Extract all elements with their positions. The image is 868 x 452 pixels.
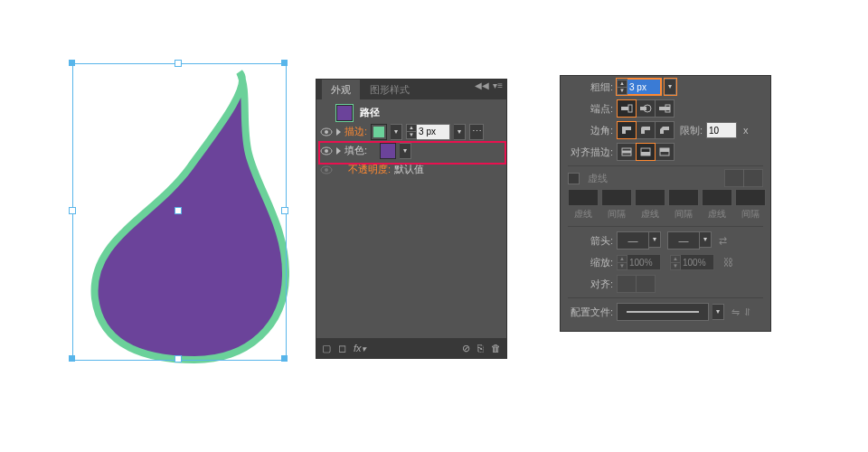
- weight-input[interactable]: [627, 79, 661, 95]
- gap-3[interactable]: [735, 189, 766, 206]
- tab-graphic-styles[interactable]: 图形样式: [361, 80, 419, 99]
- opacity-row[interactable]: 不透明度: 默认值: [316, 160, 506, 179]
- flip-h-icon[interactable]: ⇋: [731, 306, 740, 318]
- corner-label: 边角:: [568, 124, 613, 137]
- corner-round-icon[interactable]: [636, 121, 656, 139]
- fx-menu-icon[interactable]: fx▾: [354, 343, 366, 354]
- panel-menu[interactable]: ◀◀▾≡: [475, 80, 503, 90]
- stroke-more-icon[interactable]: ⋯: [469, 124, 484, 140]
- arrow-align-label: 对齐:: [568, 278, 613, 291]
- cap-butt-icon[interactable]: [617, 99, 637, 118]
- stroke-swatch-dd[interactable]: ▾: [391, 124, 402, 140]
- handle-bl[interactable]: [69, 355, 75, 362]
- stroke-swatch[interactable]: [371, 124, 387, 140]
- gap-1[interactable]: [601, 189, 632, 206]
- fill-swatch[interactable]: [380, 143, 396, 159]
- handle-b[interactable]: [175, 355, 182, 363]
- visibility-icon[interactable]: [320, 127, 333, 137]
- corner-row: 边角: 限制: x: [561, 119, 770, 141]
- cap-label: 端点:: [568, 102, 613, 116]
- swap-arrow-icon[interactable]: ⇄: [719, 235, 727, 247]
- handle-r[interactable]: [281, 207, 288, 214]
- dash-1[interactable]: [568, 189, 599, 206]
- arrow-end-dd[interactable]: —: [667, 231, 700, 250]
- canvas-artwork: [72, 63, 289, 371]
- svg-rect-17: [660, 148, 669, 152]
- align-outside-icon[interactable]: [655, 143, 675, 161]
- arrow-label: 箭头:: [568, 234, 613, 248]
- dash-align-icon[interactable]: [743, 169, 763, 187]
- object-thumb: [336, 105, 353, 121]
- fill-row[interactable]: 填色: ▾: [316, 141, 506, 160]
- stroke-weight-dd[interactable]: ▾: [454, 124, 466, 140]
- opacity-value: 默认值: [394, 163, 424, 176]
- limit-unit: x: [743, 125, 749, 136]
- arrow-row: 箭头: —▾ —▾ ⇄: [561, 230, 770, 251]
- new-appearance-icon[interactable]: ▢: [322, 343, 331, 354]
- scale-start-input: [627, 254, 661, 270]
- weight-dd[interactable]: ▾: [665, 79, 676, 95]
- handle-t[interactable]: [175, 60, 182, 67]
- scale-end-input: [681, 254, 714, 270]
- svg-rect-10: [659, 107, 670, 110]
- scale-row: 缩放: ▲▼ ▲▼ ⛓: [561, 251, 770, 273]
- stroke-weight-input[interactable]: [417, 124, 450, 140]
- svg-rect-7: [628, 105, 632, 112]
- fill-swatch-dd[interactable]: ▾: [400, 143, 411, 159]
- trash-icon[interactable]: 🗑: [491, 343, 501, 354]
- visibility-icon[interactable]: [320, 146, 333, 155]
- weight-stepper[interactable]: ▲▼: [617, 79, 661, 95]
- profile-dd[interactable]: [617, 303, 709, 321]
- limit-label: 限制:: [680, 124, 703, 137]
- corner-miter-icon[interactable]: [617, 121, 637, 139]
- align-label: 对齐描边:: [568, 146, 613, 159]
- cap-projecting-icon[interactable]: [655, 99, 675, 118]
- panel-tabbar: 外观 图形样式 ◀◀▾≡: [316, 80, 506, 99]
- handle-center[interactable]: [175, 207, 182, 214]
- dashed-checkbox[interactable]: [568, 173, 580, 184]
- profile-label: 配置文件:: [568, 306, 613, 319]
- align-center-icon[interactable]: [617, 143, 637, 161]
- panel-footer: ▢ ◻ fx▾ ⊘ ⎘ 🗑: [316, 338, 506, 358]
- handle-tr[interactable]: [281, 60, 288, 66]
- tab-appearance[interactable]: 外观: [322, 80, 360, 99]
- cap-round-icon[interactable]: [636, 99, 656, 118]
- dashed-row[interactable]: 虚线: [561, 169, 770, 187]
- dash-values-row: 虚线 间隔 虚线 间隔 虚线 间隔: [561, 187, 770, 221]
- arrow-align-b-icon[interactable]: [636, 275, 656, 293]
- flip-v-icon[interactable]: ⥯: [743, 306, 751, 318]
- arrow-align-a-icon[interactable]: [617, 275, 637, 293]
- dash-preserve-icon[interactable]: [724, 169, 744, 187]
- clear-appearance-icon[interactable]: ◻: [338, 343, 346, 354]
- dash-3[interactable]: [702, 189, 732, 206]
- miter-limit-input[interactable]: [706, 122, 737, 138]
- stroke-weight-stepper[interactable]: ▲▼: [406, 124, 450, 140]
- weight-row: 粗细: ▲▼ ▾: [561, 76, 770, 98]
- deny-icon[interactable]: ⊘: [462, 343, 470, 354]
- gap-2[interactable]: [668, 189, 699, 206]
- duplicate-icon[interactable]: ⎘: [477, 343, 484, 354]
- svg-point-3: [325, 149, 328, 153]
- scale-label: 缩放:: [568, 256, 613, 269]
- arrow-start-dd[interactable]: —: [617, 231, 649, 250]
- appearance-panel: 外观 图形样式 ◀◀▾≡ 路径 描边: ▾ ▲▼ ▾ ⋯ 填色:: [316, 80, 506, 358]
- svg-point-1: [325, 130, 328, 134]
- arrow-align-row: 对齐:: [561, 273, 770, 295]
- dash-2[interactable]: [635, 189, 665, 206]
- handle-l[interactable]: [69, 207, 76, 214]
- svg-rect-15: [641, 152, 650, 155]
- handle-br[interactable]: [281, 355, 288, 362]
- handle-tl[interactable]: [69, 60, 75, 66]
- fill-label: 填色:: [344, 144, 367, 157]
- svg-rect-6: [621, 107, 628, 110]
- expand-icon[interactable]: [336, 147, 341, 155]
- expand-icon[interactable]: [336, 128, 341, 136]
- align-inside-icon[interactable]: [636, 143, 656, 161]
- dashed-label: 虚线: [588, 172, 608, 185]
- profile-row: 配置文件: ▾ ⇋ ⥯: [561, 301, 770, 323]
- path-title-row: 路径: [316, 103, 506, 122]
- corner-bevel-icon[interactable]: [655, 121, 675, 139]
- stroke-row[interactable]: 描边: ▾ ▲▼ ▾ ⋯: [316, 122, 506, 141]
- visibility-icon[interactable]: [320, 165, 333, 174]
- link-scale-icon[interactable]: ⛓: [723, 257, 733, 268]
